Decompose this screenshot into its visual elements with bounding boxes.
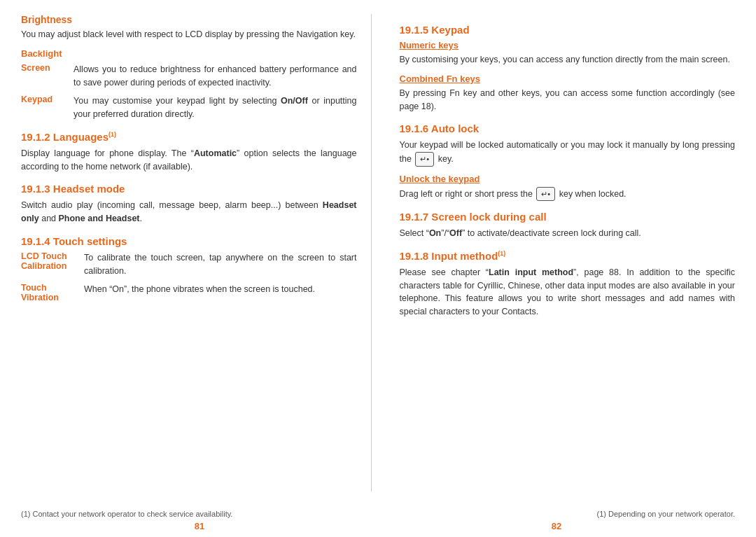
screen-row: Screen Allows you to reduce brightness f… bbox=[21, 63, 357, 90]
screenlck-section: 19.1.7 Screen lock during call Select “O… bbox=[400, 211, 736, 240]
inputmethod-section: 19.1.8 Input method(1) Please see chapte… bbox=[400, 250, 736, 319]
keypad-backlight-row: Keypad You may customise your keypad lig… bbox=[21, 95, 357, 121]
headset-body: Switch audio play (incoming call, messag… bbox=[21, 199, 357, 225]
screenlck-body: Select “On”/“Off” to activate/deactivate… bbox=[400, 227, 736, 240]
languages-body: Display language for phone display. The … bbox=[21, 147, 357, 174]
headset-section: 19.1.3 Headset mode Switch audio play (i… bbox=[21, 183, 357, 225]
brightness-section: Brightness You may adjust black level wi… bbox=[21, 14, 357, 41]
autolock-body: Your keypad will be locked automatically… bbox=[400, 139, 736, 166]
unlock-key-icon: ↵• bbox=[536, 187, 555, 202]
right-column: 19.1.5 Keypad Numeric keys By customisin… bbox=[393, 14, 736, 491]
inputmethod-title: 19.1.8 Input method(1) bbox=[400, 250, 736, 262]
numeric-heading: Numeric keys bbox=[400, 40, 736, 50]
numeric-body: By customising your keys, you can access… bbox=[400, 53, 736, 67]
keypad-value-prefix: You may customise your keypad light by s… bbox=[74, 96, 281, 106]
languages-section: 19.1.2 Languages(1) Display language for… bbox=[21, 131, 357, 174]
lcd-value: To calibrate the touch screen, tap anywh… bbox=[84, 251, 357, 278]
unlock-section: Unlock the keypad Drag left or right or … bbox=[400, 174, 736, 202]
touch-vibration-value: When “On”, the phone vibrates when the s… bbox=[84, 283, 315, 302]
touch-section: 19.1.4 Touch settings LCD TouchCalibrati… bbox=[21, 235, 357, 303]
screenlck-title: 19.1.7 Screen lock during call bbox=[400, 211, 736, 223]
keypad-backlight-value: You may customise your keypad light by s… bbox=[74, 95, 357, 121]
screen-value: Allows you to reduce brightness for enha… bbox=[74, 63, 357, 90]
brightness-heading: Brightness bbox=[21, 14, 357, 25]
backlight-section: Backlight Screen Allows you to reduce br… bbox=[21, 48, 357, 121]
combined-fn-section: Combined Fn keys By pressing Fn key and … bbox=[400, 74, 736, 113]
page-numbers: 81 82 bbox=[0, 518, 756, 537]
inputmethod-body: Please see chapter “Latin input method”,… bbox=[400, 266, 736, 319]
autolock-section: 19.1.6 Auto lock Your keypad will be loc… bbox=[400, 123, 736, 166]
left-column: Brightness You may adjust black level wi… bbox=[21, 14, 372, 491]
combined-body: By pressing Fn key and other keys, you c… bbox=[400, 87, 736, 113]
right-page-num: 82 bbox=[378, 521, 735, 531]
touch-vibration-label: TouchVibration bbox=[21, 283, 77, 302]
touch-vibration-row: TouchVibration When “On”, the phone vibr… bbox=[21, 283, 357, 302]
brightness-body: You may adjust black level with respect … bbox=[21, 28, 357, 41]
keypad-value-bold: On/Off bbox=[281, 96, 308, 106]
headset-title: 19.1.3 Headset mode bbox=[21, 183, 357, 195]
unlock-body: Drag left or right or short press the ↵•… bbox=[400, 187, 736, 202]
autolock-title: 19.1.6 Auto lock bbox=[400, 123, 736, 134]
keypad-backlight-label: Keypad bbox=[21, 95, 66, 121]
keypad-section: 19.1.5 Keypad Numeric keys By customisin… bbox=[400, 24, 736, 113]
left-footnote: (1) Contact your network operator to che… bbox=[21, 510, 232, 518]
footnote-bar: (1) Contact your network operator to che… bbox=[0, 505, 756, 518]
keypad-title: 19.1.5 Keypad bbox=[400, 24, 736, 36]
touch-title: 19.1.4 Touch settings bbox=[21, 235, 357, 247]
screen-label: Screen bbox=[21, 63, 66, 90]
lcd-label: LCD TouchCalibration bbox=[21, 251, 77, 278]
unlock-heading: Unlock the keypad bbox=[400, 174, 736, 184]
left-page-num: 81 bbox=[21, 521, 378, 531]
backlight-heading: Backlight bbox=[21, 48, 357, 59]
combined-heading: Combined Fn keys bbox=[400, 74, 736, 84]
autolock-key-icon: ↵• bbox=[415, 152, 434, 167]
right-footnote: (1) Depending on your network operator. bbox=[596, 510, 735, 518]
lcd-row: LCD TouchCalibration To calibrate the to… bbox=[21, 251, 357, 278]
languages-title: 19.1.2 Languages(1) bbox=[21, 131, 357, 143]
numeric-keys-section: Numeric keys By customising your keys, y… bbox=[400, 40, 736, 67]
